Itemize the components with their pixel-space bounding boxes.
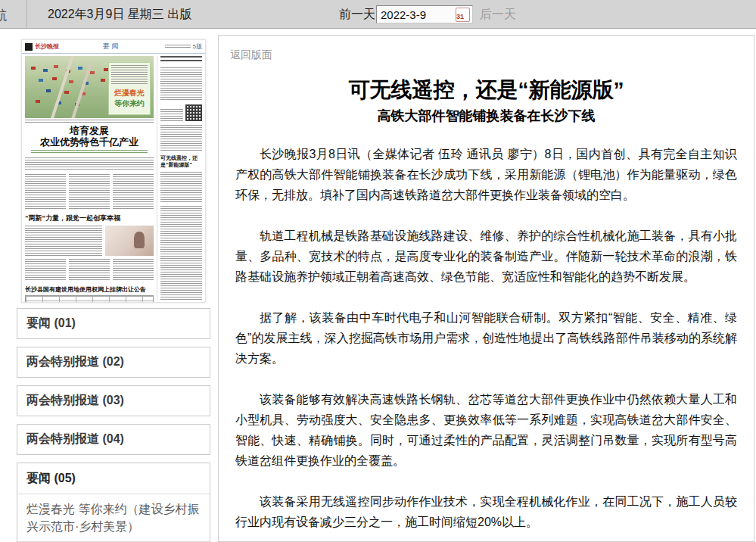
qr-code-icon <box>185 104 202 121</box>
back-to-page-link[interactable]: 返回版面 <box>230 48 272 62</box>
land-notice-headline: 长沙县国有建设用地使用权网上挂牌出让公告 <box>25 285 154 294</box>
sidebar-item-yaowen-01[interactable]: 要闻 (01) <box>17 308 210 339</box>
article-paragraph: 轨道工程机械是铁路基础设施线路建设、维修、养护的综合性机械化施工装备，具有小批量… <box>235 226 737 287</box>
next-day-button[interactable]: 后一天 <box>480 7 516 23</box>
text-placeholder <box>25 259 66 282</box>
date-input[interactable] <box>379 8 456 21</box>
article-subtitle: 高铁大部件智能铺换装备在长沙下线 <box>241 107 731 125</box>
text-placeholder <box>113 259 154 282</box>
aerial-village-photo: 烂漫春光 等你来约 <box>25 56 154 118</box>
text-placeholder <box>160 206 202 300</box>
workshop-photo <box>105 226 154 256</box>
text-placeholder <box>160 172 202 202</box>
text-placeholder <box>160 109 183 121</box>
thumbnail-section-title: 要闻 <box>61 42 163 51</box>
article-panel: 返回版面 可无线遥控，还是“新能源版” 高铁大部件智能铺换装备在长沙下线 长沙晚… <box>218 35 754 542</box>
prev-day-button[interactable]: 前一天 <box>339 7 375 23</box>
promo-line-2: 等你来约 <box>111 98 148 109</box>
sidebar-item-lianghui-04[interactable]: 两会特别报道 (04) <box>17 424 210 455</box>
side-article-headline: 可无线遥控，还是“新能源版” <box>160 154 202 168</box>
thumbnail-headline-1: 培育发展 <box>25 125 154 136</box>
text-placeholder <box>25 226 102 256</box>
text-placeholder <box>160 125 202 151</box>
section-label: 两会特别报道 (03) <box>17 386 210 416</box>
text-placeholder <box>160 67 202 101</box>
text-columns <box>25 259 154 282</box>
thumbnail-photo-row <box>25 226 154 256</box>
newspaper-name: 长沙晚报 <box>35 42 59 51</box>
thumbnail-side-column: 可无线遥控，还是“新能源版” <box>157 56 202 300</box>
text-placeholder <box>25 174 66 209</box>
text-placeholder <box>113 174 154 209</box>
sidebar-item-lianghui-03[interactable]: 两会特别报道 (03) <box>17 385 210 416</box>
text-placeholder <box>165 45 191 49</box>
section-label: 要闻 (01) <box>17 309 210 338</box>
current-section-label[interactable]: 要闻 (05) <box>17 463 210 494</box>
top-toolbar: 航 2022年3月9日 星期三 出版 前一天 31 后一天 <box>0 0 756 29</box>
publish-date-label: 2022年3月9日 星期三 出版 <box>48 7 191 23</box>
thumbnail-subhead-placeholder <box>31 150 148 154</box>
sidebar-item-lianghui-02[interactable]: 两会特别报道 (02) <box>17 347 210 378</box>
side-headline-placeholder <box>160 56 202 64</box>
thumbnail-page-number: 5版 <box>193 42 202 51</box>
calendar-icon[interactable]: 31 <box>456 8 470 22</box>
sidebar: 长沙晚报 要闻 5版 烂漫春光 等你来约 培育发展 农业优势特色千亿产业 <box>17 39 210 542</box>
thumbnail-main-column: 烂漫春光 等你来约 培育发展 农业优势特色千亿产业 “两新”力量，跟党一起创享幸… <box>25 56 154 300</box>
section-label: 两会特别报道 (04) <box>17 425 210 454</box>
text-placeholder <box>25 157 154 171</box>
article-paragraph: 该装备能够有效解决高速铁路长钢轨、岔芯等道岔大部件更换作业中仍然依赖大量人工和小… <box>235 389 737 471</box>
thumbnail-body: 烂漫春光 等你来约 培育发展 农业优势特色千亿产业 “两新”力量，跟党一起创享幸… <box>22 54 205 302</box>
promo-line-1: 烂漫春光 <box>111 88 148 98</box>
section-list: 要闻 (01) 两会特别报道 (02) 两会特别报道 (03) 两会特别报道 (… <box>17 308 210 542</box>
text-placeholder <box>111 65 148 85</box>
article-paragraph: 长沙晚报3月8日讯（全媒体记者 伍玲 通讯员 廖宁）8日，国内首创、具有完全自主… <box>235 144 737 205</box>
qr-row <box>160 104 202 121</box>
thumbnail-masthead: 长沙晚报 要闻 5版 <box>22 40 205 54</box>
nav-partial-label: 航 <box>0 7 7 24</box>
page-thumbnail[interactable]: 长沙晚报 要闻 5版 烂漫春光 等你来约 培育发展 农业优势特色千亿产业 <box>21 39 206 303</box>
text-columns <box>25 174 154 209</box>
text-placeholder <box>69 174 110 209</box>
thumbnail-headline-1b: 农业优势特色千亿产业 <box>25 136 154 148</box>
photo-caption-placeholder <box>25 120 154 123</box>
sidebar-item-yaowen-05: 要闻 (05) 烂漫春光 等你来约（建设乡村振兴示范市·乡村美景） 培育发展农业… <box>17 463 210 542</box>
notice-table <box>25 295 154 303</box>
newspaper-logo-icon <box>25 43 33 51</box>
article-paragraph: 据了解，该装备由中车时代电子和山河智能联合研制。双方紧扣“智能、安全、精准、绿色… <box>235 307 737 369</box>
thumbnail-headline-2: “两新”力量，跟党一起创享幸福 <box>25 213 154 223</box>
article-paragraph: 该装备采用无线遥控同步动作作业技术，实现全程机械化作业，在同工况下，施工人员较行… <box>235 491 737 532</box>
promo-box: 烂漫春光 等你来约 <box>108 62 151 115</box>
article-body: 长沙晚报3月8日讯（全媒体记者 伍玲 通讯员 廖宁）8日，国内首创、具有完全自主… <box>235 144 737 532</box>
text-placeholder <box>69 259 110 282</box>
article-link[interactable]: 烂漫春光 等你来约（建设乡村振兴示范市·乡村美景） <box>17 494 210 541</box>
article-title: 可无线遥控，还是“新能源版” <box>241 78 731 101</box>
toolbar-divider <box>26 0 27 28</box>
calendar-icon-day: 31 <box>456 13 464 20</box>
section-label: 两会特别报道 (02) <box>17 347 210 377</box>
date-picker[interactable]: 31 <box>376 5 473 23</box>
